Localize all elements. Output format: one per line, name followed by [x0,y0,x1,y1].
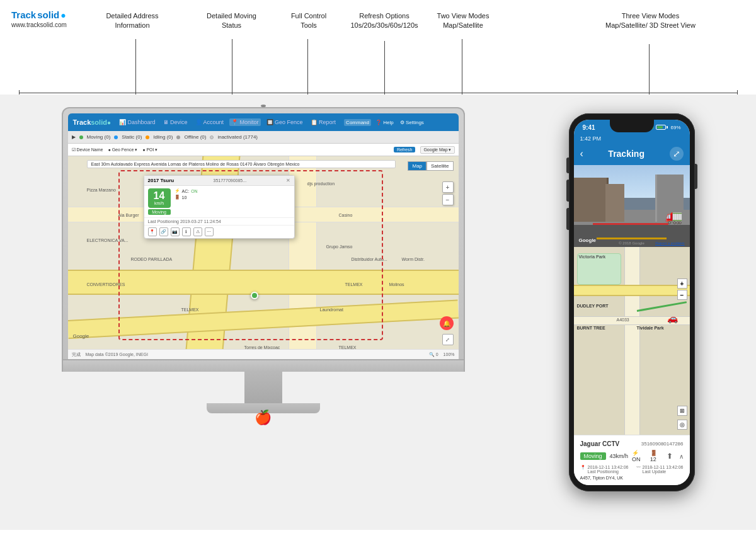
brand-url: www.tracksolid.com [11,21,67,28]
phone-side-btn-vol-down [566,208,569,230]
map-view-btn-map[interactable]: Map [408,161,427,171]
nav-monitor[interactable]: 📍 Monitor [229,118,261,126]
phone-device-row: Jaguar CCTV 351609080147286 [580,440,684,447]
phone-speed: 43km/h [610,453,629,459]
logo-dot-icon: ● [60,10,66,20]
popup-action-info[interactable]: ℹ [182,227,191,236]
annotation-connector-line [19,93,737,93]
phone-back-btn[interactable]: ‹ [580,148,583,159]
map-label-10: Grupo Jamso [326,244,353,249]
web-nav: 📊 Dashboard 🖥 Device 👤 Account 📍 Monitor… [117,118,338,126]
phone-last-positioning: 📍 2018-12-11 13:42:06 Last Positioning [580,465,629,474]
popup-doors-row: 🚪 10 [175,195,290,200]
web-header: Tracksolid● 📊 Dashboard 🖥 Device 👤 Accou… [68,113,459,131]
popup-body: 14 km/h Moving ⚡ AC: [144,186,294,217]
filter-geo-fence[interactable]: ● Geo Fence ▾ [108,147,137,152]
toolbar-expand[interactable]: ▶ [72,134,76,140]
map-label-3: ELECTRONICA VA... [87,238,129,243]
refresh-btn[interactable]: Refresh [394,147,416,152]
map-label-1: Pizza Marzano [87,188,116,192]
annotations-section: Track solid ● www.tracksolid.com Detaile… [0,0,756,98]
annotation-line-detailed-address [135,39,136,93]
settings-btn[interactable]: ⚙ Settings [398,119,426,126]
phone-side-btn-mute [566,158,569,173]
annotation-line-detailed-moving [232,39,232,93]
phone-map-dudley: DUDLEY PORT [577,304,609,308]
phone-notch [610,120,654,132]
phone-nav-title: Tracking [588,149,665,159]
popup-action-camera[interactable]: 📷 [171,227,180,236]
imac-screen: Tracksolid● 📊 Dashboard 🖥 Device 👤 Accou… [68,113,459,359]
nav-report[interactable]: 📋 Report [309,118,338,126]
popup-footer: Last Positioning 2019-03-27 11:24:54 [144,217,294,225]
popup-ac-row: ⚡ AC: ON [175,188,290,193]
phone-ac-label: ⚡ ON [632,450,646,462]
command-btn[interactable]: Command [344,119,371,126]
statusbar-complete: 完成 [72,352,81,358]
popup-header: 2017 Tsuru 351777090085... ✕ [144,176,294,186]
sv-building-center [605,184,624,222]
help-btn[interactable]: ❓ Help [374,119,396,126]
door-icon: 🚪 [175,195,180,200]
imac-apple-logo: 🍎 [255,410,272,426]
annotation-line-refresh-options [384,41,385,93]
nav-device[interactable]: 🖥 Device [161,118,190,126]
phone-last-update: 〰 2018-12-11 13:42:06 Last Update [636,465,684,474]
web-map-area: Pizza Marzano Ala Burger ELECTRONICA VA.… [68,156,459,349]
map-vehicle-popup: 2017 Tsuru 351777090085... ✕ 14 km/h [144,175,295,239]
vehicle-marker [251,292,258,299]
map-label-6: TELMEX [181,307,199,312]
phone-road-h1 [574,285,690,296]
phone-share-btn[interactable]: ⬆ [667,452,673,461]
filter-device-name[interactable]: ☑ Device Name [72,147,103,152]
zoom-out-btn[interactable]: − [442,194,454,205]
popup-close-btn[interactable]: ✕ [286,178,290,183]
phone-vehicle-pin: 🚗 [667,313,678,323]
nav-account[interactable]: 👤 Account [193,118,226,126]
phone-doors-label: 🚪 12 [650,450,663,462]
imac-device: Tracksolid● 📊 Dashboard 🖥 Device 👤 Accou… [62,107,465,413]
map-label-2: Ala Burger [118,213,139,217]
status-moving: Moving (0) [87,134,111,140]
phone-my-location-btn[interactable]: ◎ [677,420,687,430]
popup-speed-section: 14 km/h Moving [148,188,171,215]
map-fullscreen-btn[interactable]: ⤢ [442,334,454,345]
phone-expand-panel-btn[interactable]: ∧ [679,453,684,460]
map-label-15: Worm Distr. [402,257,425,261]
popup-action-track[interactable]: 🔗 [159,227,168,236]
battery-percent: 69% [670,125,680,130]
phone-layers-btn[interactable]: ⊞ [677,406,687,416]
filter-poi[interactable]: ● POI ▾ [142,147,158,152]
popup-vehicle-name: 2017 Tsuru [148,178,175,183]
nav-dashboard[interactable]: 📊 Dashboard [117,118,158,126]
annotation-detailed-moving: Detailed MovingStatus [198,11,265,31]
phone-status-row: Moving 43km/h ⚡ ON 🚪 12 ⬆ ∧ [580,450,684,462]
nav-geofence[interactable]: 🔲 Geo Fence [265,118,305,126]
phone-expand-btn[interactable]: ⤢ [670,147,684,161]
phone-device: 9:41 ●●● ▲ 4G VPN 69% [569,113,695,491]
last-update-time: 2018-12-11 13:42:06 [643,465,684,469]
phone-zoom-out[interactable]: − [677,290,687,300]
popup-info: ⚡ AC: ON 🚪 10 [175,188,290,201]
statusbar-zoom: 🔍 0 [429,352,438,357]
map-label-7: Torres de Mixcoac [244,345,280,349]
annotation-line-two-view-modes [462,39,462,93]
map-view-btn-satellite[interactable]: Satellite [427,161,453,171]
phone-device-id: 351609080147286 [641,441,684,447]
phone-side-btn-vol-up [566,180,569,202]
last-pos-time: 2019-03-27 11:24:54 [180,219,221,224]
popup-action-location[interactable]: 📍 [148,227,157,236]
annotation-full-control: Full ControlTools [280,11,337,31]
google-map-btn[interactable]: Google Map ▾ [420,146,454,154]
map-alert-btn[interactable]: 🔔 [440,316,454,330]
phone-map-controls: + − [677,278,687,300]
map-label-4: RODEO PARILLADA [131,257,173,261]
popup-action-more[interactable]: ⋯ [205,227,214,236]
popup-action-alert[interactable]: ⚠ [193,227,202,236]
phone-moving-badge: Moving [580,452,606,460]
zoom-in-btn[interactable]: + [442,181,454,193]
phone-zoom-in[interactable]: + [677,278,687,289]
annotation-two-view-modes: Two View ModesMap/Satellite [428,11,498,31]
sv-report-problem[interactable]: Report a problem [655,241,684,245]
logo-track: Track [11,9,36,20]
